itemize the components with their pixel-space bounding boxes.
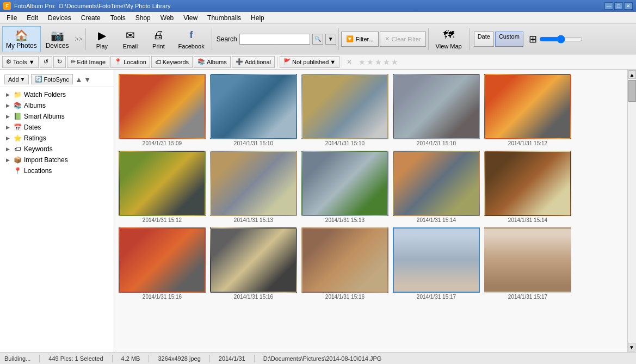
photo-thumbnail[interactable] <box>484 151 571 216</box>
sort-up-button[interactable]: ▲ <box>75 75 83 84</box>
fotosync-button[interactable]: 🔄 FotoSync <box>31 74 72 84</box>
star-2[interactable]: ★ <box>367 58 374 66</box>
star-1[interactable]: ★ <box>359 58 366 66</box>
sort-down-button[interactable]: ▼ <box>84 75 91 84</box>
sidebar-item-ratings[interactable]: ▶ ⭐ Ratings <box>0 133 114 144</box>
filter-button[interactable]: 🔽 Filter... <box>341 32 379 47</box>
photo-thumbnail[interactable] <box>210 227 297 293</box>
photo-thumbnail[interactable] <box>301 227 388 293</box>
thumbnail-size-slider[interactable] <box>539 35 583 43</box>
photo-thumbnail[interactable] <box>301 74 388 139</box>
photo-thumbnail[interactable] <box>393 151 480 216</box>
status-sep-1 <box>39 355 40 362</box>
additional-button[interactable]: ➕ Additional <box>232 56 275 68</box>
tools-dropdown-icon: ▼ <box>29 59 35 65</box>
list-item[interactable]: 2014/1/31 15:12 <box>484 74 571 146</box>
sidebar-item-locations[interactable]: 📍 Locations <box>0 165 114 176</box>
my-photos-button[interactable]: 🏠 My Photos <box>2 26 41 52</box>
menu-tools[interactable]: Tools <box>106 13 130 23</box>
refresh-button[interactable]: ↺ <box>40 56 52 68</box>
keywords-button[interactable]: 🏷 Keywords <box>151 56 193 68</box>
list-item[interactable]: 2014/1/31 15:10 <box>210 74 297 146</box>
list-item[interactable]: 2014/1/31 15:16 <box>301 227 388 300</box>
search-input[interactable] <box>239 34 310 45</box>
filepath: D:\Documents\Pictures\2014-08-10\014.JPG <box>263 355 382 362</box>
redo-button[interactable]: ↻ <box>53 56 66 68</box>
photo-area[interactable]: 2014/1/31 15:092014/1/31 15:102014/1/31 … <box>114 70 627 352</box>
tools-button[interactable]: ⚙ Tools ▼ <box>2 56 39 68</box>
sidebar-item-import-batches[interactable]: ▶ 📦 Import Batches <box>0 155 114 165</box>
devices-button[interactable]: 📷 Devices <box>42 26 73 52</box>
search-button[interactable]: 🔍 <box>312 34 323 45</box>
add-button[interactable]: Add ▼ <box>4 75 29 84</box>
star-3[interactable]: ★ <box>375 58 382 66</box>
list-item[interactable]: 2014/1/31 15:12 <box>119 151 206 223</box>
list-item[interactable]: 2014/1/31 15:16 <box>210 227 297 300</box>
star-5[interactable]: ★ <box>391 58 398 66</box>
sidebar-item-watch-folders[interactable]: ▶ 📁 Watch Folders <box>0 89 114 100</box>
photo-thumbnail[interactable] <box>210 74 297 139</box>
photo-row-3: 2014/1/31 15:162014/1/31 15:162014/1/31 … <box>119 227 623 300</box>
photo-thumbnail[interactable] <box>210 151 297 216</box>
maximize-button[interactable]: □ <box>614 2 623 10</box>
list-item[interactable]: 2014/1/31 15:13 <box>301 151 388 223</box>
print-button[interactable]: 🖨 Print <box>145 26 172 52</box>
expand-button[interactable]: >> <box>73 34 83 44</box>
keywords-icon: 🏷 <box>155 59 161 65</box>
menu-view[interactable]: View <box>179 13 202 23</box>
menu-thumbnails[interactable]: Thumbnails <box>203 13 245 23</box>
sidebar-item-keywords[interactable]: ▶ 🏷 Keywords <box>0 144 114 155</box>
location-button[interactable]: 📍 Location <box>110 56 150 68</box>
edit-image-button[interactable]: ✏ Edit Image <box>67 56 110 68</box>
menu-web[interactable]: Web <box>156 13 178 23</box>
photo-thumbnail[interactable] <box>119 74 206 139</box>
menu-file[interactable]: File <box>2 13 21 23</box>
clear-rating-button[interactable]: ✕ <box>344 58 354 66</box>
close-button[interactable]: ✕ <box>624 2 633 10</box>
list-item[interactable]: 2014/1/31 15:10 <box>301 74 388 146</box>
scrollbar[interactable]: ▲ ▼ <box>627 70 636 352</box>
scrollbar-thumb[interactable] <box>628 80 636 102</box>
dates-label: Dates <box>24 124 41 131</box>
menu-devices[interactable]: Devices <box>44 13 76 23</box>
photo-thumbnail[interactable] <box>484 227 571 293</box>
list-item[interactable]: 2014/1/31 15:10 <box>393 74 480 146</box>
play-button[interactable]: ▶ Play <box>88 26 115 52</box>
list-item[interactable]: 2014/1/31 15:14 <box>393 151 480 223</box>
star-4[interactable]: ★ <box>383 58 390 66</box>
menu-edit[interactable]: Edit <box>22 13 42 23</box>
search-dropdown-button[interactable]: ▼ <box>325 34 336 45</box>
sidebar-item-albums[interactable]: ▶ 📚 Albums <box>0 100 114 111</box>
view-map-button[interactable]: 🗺 View Map <box>431 26 467 52</box>
status-sep-5 <box>254 355 255 362</box>
list-item[interactable]: 2014/1/31 15:17 <box>393 227 480 300</box>
list-item[interactable]: 2014/1/31 15:16 <box>119 227 206 300</box>
photo-thumbnail[interactable] <box>119 227 206 293</box>
scroll-down-button[interactable]: ▼ <box>628 343 635 351</box>
menu-help[interactable]: Help <box>246 13 269 23</box>
sidebar-item-dates[interactable]: ▶ 📅 Dates <box>0 122 114 133</box>
menu-shop[interactable]: Shop <box>131 13 155 23</box>
menu-create[interactable]: Create <box>77 13 105 23</box>
list-item[interactable]: 2014/1/31 15:13 <box>210 151 297 223</box>
email-button[interactable]: ✉ Email <box>116 26 144 52</box>
list-item[interactable]: 2014/1/31 15:09 <box>119 74 206 146</box>
sidebar-item-smart-albums[interactable]: ▶ 📗 Smart Albums <box>0 111 114 122</box>
ratings-label: Ratings <box>24 134 46 142</box>
photo-thumbnail[interactable] <box>119 151 206 216</box>
list-item[interactable]: 2014/1/31 15:17 <box>484 227 571 300</box>
photo-thumbnail[interactable] <box>393 227 480 293</box>
scroll-up-button[interactable]: ▲ <box>628 70 636 79</box>
clear-filter-button[interactable]: ✕ Clear Filter <box>380 32 426 47</box>
facebook-button[interactable]: f Facebook <box>173 26 209 52</box>
minimize-button[interactable]: — <box>604 2 613 10</box>
photo-thumbnail[interactable] <box>393 74 480 139</box>
photo-thumbnail[interactable] <box>301 151 388 216</box>
not-published-button[interactable]: 🚩 Not published ▼ <box>280 56 339 68</box>
custom-view-button[interactable]: Custom <box>495 32 523 47</box>
list-item[interactable]: 2014/1/31 15:14 <box>484 151 571 223</box>
photo-thumbnail[interactable] <box>484 74 571 139</box>
date-view-button[interactable]: Date <box>474 32 494 47</box>
expand-keywords-icon: ▶ <box>4 146 11 152</box>
albums-button[interactable]: 📚 Albums <box>194 56 231 68</box>
